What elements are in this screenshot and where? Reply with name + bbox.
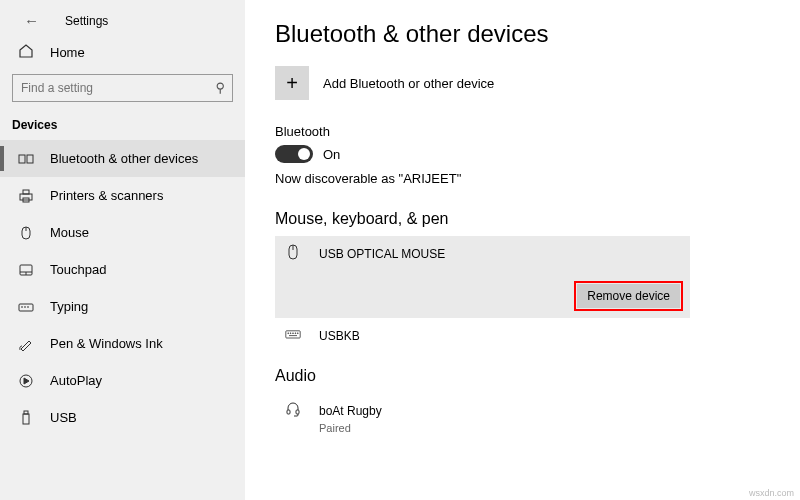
add-device-label: Add Bluetooth or other device — [323, 76, 494, 91]
autoplay-icon — [18, 373, 34, 389]
keyboard-icon — [285, 326, 305, 345]
bluetooth-toggle-row: On — [275, 145, 800, 163]
bluetooth-toggle[interactable] — [275, 145, 313, 163]
section-mouse-header: Mouse, keyboard, & pen — [275, 210, 800, 228]
svg-rect-0 — [19, 155, 25, 163]
app-title: Settings — [65, 14, 108, 28]
discoverable-text: Now discoverable as "ARIJEET" — [275, 171, 800, 186]
plus-icon: + — [275, 66, 309, 100]
mouse-icon — [285, 244, 305, 263]
device-name: boAt Rugby — [319, 404, 382, 418]
svg-point-20 — [288, 333, 289, 334]
page-title: Bluetooth & other devices — [275, 20, 800, 48]
back-icon[interactable]: ← — [24, 12, 39, 29]
svg-point-22 — [293, 333, 294, 334]
svg-rect-26 — [287, 410, 290, 414]
nav-list: Bluetooth & other devices Printers & sca… — [0, 140, 245, 436]
title-bar: ← Settings — [0, 12, 245, 43]
headset-icon — [285, 401, 305, 420]
sidebar-item-touchpad[interactable]: Touchpad — [0, 251, 245, 288]
sidebar-item-pen[interactable]: Pen & Windows Ink — [0, 325, 245, 362]
usb-icon — [18, 410, 34, 426]
audio-device-list: boAt Rugby Paired — [275, 393, 690, 442]
device-item-keyboard[interactable]: USBKB — [275, 318, 690, 353]
printer-icon — [18, 188, 34, 204]
sidebar-item-mouse[interactable]: Mouse — [0, 214, 245, 251]
device-list: USB OPTICAL MOUSE Remove device USBKB — [275, 236, 690, 353]
sidebar-item-label: AutoPlay — [50, 373, 102, 388]
sidebar-item-autoplay[interactable]: AutoPlay — [0, 362, 245, 399]
search-box[interactable]: ⚲ — [12, 74, 233, 102]
sidebar-item-typing[interactable]: Typing — [0, 288, 245, 325]
svg-rect-19 — [286, 331, 300, 338]
sidebar-item-label: Pen & Windows Ink — [50, 336, 163, 351]
sidebar-item-label: Mouse — [50, 225, 89, 240]
search-icon: ⚲ — [215, 80, 225, 95]
device-item-mouse[interactable]: USB OPTICAL MOUSE Remove device — [275, 236, 690, 318]
sidebar-item-bluetooth[interactable]: Bluetooth & other devices — [0, 140, 245, 177]
svg-point-21 — [290, 333, 291, 334]
remove-device-button[interactable]: Remove device — [577, 284, 680, 308]
mouse-icon — [18, 225, 34, 241]
sidebar-item-usb[interactable]: USB — [0, 399, 245, 436]
svg-rect-1 — [27, 155, 33, 163]
section-audio-header: Audio — [275, 367, 800, 385]
svg-rect-15 — [23, 414, 29, 424]
svg-rect-16 — [24, 411, 28, 414]
device-name: USBKB — [319, 329, 360, 343]
pen-icon — [18, 336, 34, 352]
sidebar: ← Settings Home ⚲ Devices Bluetooth & ot… — [0, 0, 245, 500]
add-device-button[interactable]: + Add Bluetooth or other device — [275, 66, 800, 100]
svg-rect-3 — [23, 190, 29, 194]
device-name: USB OPTICAL MOUSE — [319, 247, 445, 261]
keyboard-icon — [18, 299, 34, 315]
sidebar-item-label: Printers & scanners — [50, 188, 163, 203]
device-item-audio[interactable]: boAt Rugby Paired — [275, 393, 690, 442]
sidebar-item-label: Bluetooth & other devices — [50, 151, 198, 166]
home-label: Home — [50, 45, 85, 60]
home-link[interactable]: Home — [0, 43, 245, 74]
bluetooth-state: On — [323, 147, 340, 162]
search-input[interactable] — [12, 74, 233, 102]
touchpad-icon — [18, 262, 34, 278]
main-content: Bluetooth & other devices + Add Bluetoot… — [245, 0, 800, 500]
bluetooth-label: Bluetooth — [275, 124, 800, 139]
svg-point-24 — [297, 333, 298, 334]
svg-rect-2 — [20, 194, 32, 200]
bluetooth-devices-icon — [18, 151, 34, 167]
category-header: Devices — [0, 118, 245, 140]
sidebar-item-label: USB — [50, 410, 77, 425]
home-icon — [18, 43, 34, 62]
sidebar-item-label: Typing — [50, 299, 88, 314]
watermark: wsxdn.com — [749, 488, 794, 498]
sidebar-item-label: Touchpad — [50, 262, 106, 277]
sidebar-item-printers[interactable]: Printers & scanners — [0, 177, 245, 214]
svg-point-23 — [295, 333, 296, 334]
svg-rect-27 — [296, 410, 299, 414]
device-status: Paired — [319, 422, 680, 434]
